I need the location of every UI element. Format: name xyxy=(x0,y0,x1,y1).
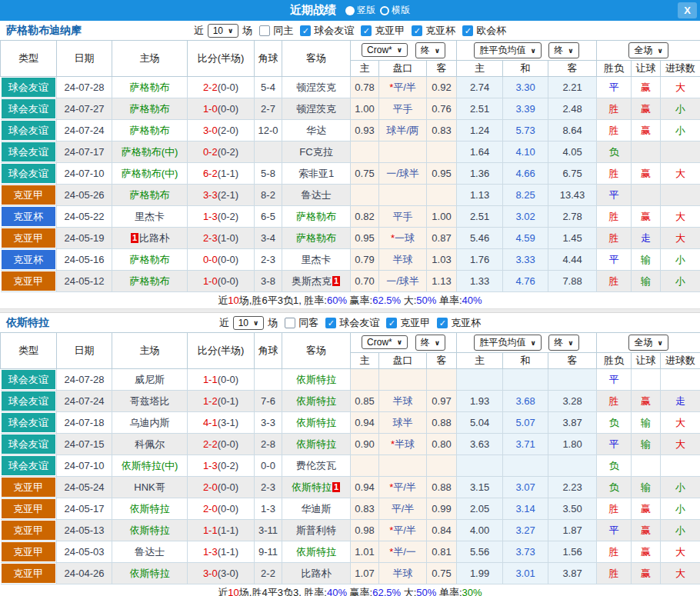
cell-away: 依斯特拉 xyxy=(282,434,351,455)
team-name: 依斯特拉 xyxy=(6,316,49,330)
table-row: 克亚甲 24-05-24 HNK哥 2-0(0-0) 2-3 依斯特拉1 0.9… xyxy=(1,477,700,498)
league-checkbox[interactable]: ✓ xyxy=(386,318,397,328)
cell-score: 2-2(0-0) xyxy=(188,434,255,455)
chevron-down-icon: ∨ xyxy=(397,338,402,346)
team-label: 奥斯杰克 xyxy=(292,275,332,287)
cell-score: 3-3(2-1) xyxy=(188,185,255,206)
cell-handicap xyxy=(379,455,427,477)
odds-final-select[interactable]: 终∨ xyxy=(415,42,445,58)
cell-corner: 3-11 xyxy=(255,520,282,541)
radio-vertical-layout[interactable] xyxy=(345,6,355,15)
cell-home: 里杰卡 xyxy=(112,206,188,228)
cell-avg-draw: 5.73 xyxy=(503,120,548,142)
cell-odds-away: 0.92 xyxy=(427,77,457,98)
cell-handicap-result xyxy=(632,455,661,477)
same-side-checkbox[interactable] xyxy=(259,25,270,36)
cell-odds-away: 0.88 xyxy=(427,412,457,434)
type-badge: 克亚甲 xyxy=(2,564,56,583)
cell-corner: 3-8 xyxy=(255,271,282,292)
col-corner: 角球 xyxy=(255,333,282,369)
odds-source-select[interactable]: Crow*∨ xyxy=(362,335,408,349)
odds-final-value: 终 xyxy=(421,336,430,349)
handicap-value: 平/半 xyxy=(393,524,416,536)
cell-avg-home: 1.13 xyxy=(457,185,503,206)
league-checkbox[interactable]: ✓ xyxy=(325,318,336,328)
league-checkbox-label: 球会友谊 xyxy=(314,24,354,38)
near-label: 近 xyxy=(194,24,204,38)
cell-type: 克亚杯 xyxy=(1,206,57,228)
same-side-checkbox[interactable] xyxy=(285,318,295,328)
cell-home: 萨格勒布 xyxy=(112,77,188,98)
cell-goals: 大 xyxy=(661,412,700,434)
cell-corner: 0-0 xyxy=(255,455,282,477)
cell-avg-away: 13.43 xyxy=(548,185,597,206)
cell-avg-away: 2.48 xyxy=(548,98,597,120)
cell-avg-home: 4.00 xyxy=(457,520,503,541)
table-row: 克亚甲 24-05-12 萨格勒布 1-0(0-0) 3-8 奥斯杰克1 0.7… xyxy=(1,271,700,292)
cell-score: 1-1(0-0) xyxy=(188,369,255,391)
cell-odds-away: 0.81 xyxy=(427,541,457,563)
cell-away: 华迪斯 xyxy=(282,498,351,520)
table-row: 克亚杯 24-05-16 萨格勒布 0-0(0-0) 2-3 里杰卡 0.79 … xyxy=(1,249,700,271)
cell-result: 胜 xyxy=(597,120,632,142)
cell-home: 萨格勒布 xyxy=(112,271,188,292)
cell-avg-away: 8.64 xyxy=(548,120,597,142)
score-full: 3-0 xyxy=(203,125,218,136)
cell-score: 3-0(2-0) xyxy=(188,120,255,142)
cell-away: FC克拉 xyxy=(282,142,351,163)
near-label: 近 xyxy=(219,316,229,330)
score-full: 4-1 xyxy=(203,417,218,428)
league-checkbox[interactable]: ✓ xyxy=(361,25,372,36)
radio-horizontal-layout[interactable] xyxy=(380,6,389,15)
type-badge: 球会友谊 xyxy=(2,370,56,389)
league-checkbox[interactable]: ✓ xyxy=(462,25,473,36)
cell-score: 4-1(3-1) xyxy=(188,412,255,434)
league-filter-group: ✓球会友谊✓克亚甲✓克亚杯✓欧会杯 xyxy=(295,24,508,38)
cell-handicap: 半球 xyxy=(379,563,427,584)
cell-avg-away: 1.56 xyxy=(548,541,597,563)
cell-result: 胜 xyxy=(597,541,632,563)
league-checkbox[interactable]: ✓ xyxy=(300,25,311,36)
handicap-value: 半球 xyxy=(393,568,413,579)
score-full: 6-2 xyxy=(203,168,218,179)
avg-type-select[interactable]: 胜平负均值∨ xyxy=(474,42,541,58)
odds-final-select[interactable]: 终∨ xyxy=(415,335,445,351)
cell-avg-away: 3.50 xyxy=(548,498,597,520)
odds-source-select[interactable]: Crow*∨ xyxy=(362,43,408,57)
scope-select[interactable]: 全场∨ xyxy=(628,335,668,351)
league-checkbox[interactable]: ✓ xyxy=(412,25,422,36)
cell-odds-home: 0.93 xyxy=(351,120,379,142)
cell-corner: 12-0 xyxy=(255,120,282,142)
cell-odds-home xyxy=(351,455,379,477)
cell-odds-away: 0.95 xyxy=(427,163,457,185)
handicap-value: 平/半 xyxy=(393,82,416,93)
cell-odds-away: 1.00 xyxy=(427,206,457,228)
scope-select[interactable]: 全场∨ xyxy=(628,42,668,58)
cell-away: 斯普利特 xyxy=(282,520,351,541)
team-label: 依斯特拉 xyxy=(296,417,336,428)
close-button[interactable]: X xyxy=(678,2,697,18)
table-row: 球会友谊 24-07-24 哥兹塔比 1-2(0-1) 7-6 依斯特拉 0.8… xyxy=(1,391,700,412)
avg-final-select[interactable]: 终∨ xyxy=(548,42,578,58)
cell-away: 萨格勒布 xyxy=(282,206,351,228)
cell-avg-away: 1.87 xyxy=(548,520,597,541)
score-half: (3-0) xyxy=(218,568,238,579)
summary-text: 近10场,胜6平3负1, 胜率:60% 赢率:62.5% 大:50% 单率:40… xyxy=(0,292,700,309)
cell-odds-home xyxy=(351,369,379,391)
avg-final-select[interactable]: 终∨ xyxy=(548,335,578,351)
avg-type-select[interactable]: 胜平负均值∨ xyxy=(474,335,541,351)
match-count-select[interactable]: 10∨ xyxy=(208,24,239,38)
cell-handicap-result: 赢 xyxy=(632,541,661,563)
cell-odds-home: 0.70 xyxy=(351,271,379,292)
cell-odds-away: 1.13 xyxy=(427,271,457,292)
league-checkbox[interactable]: ✓ xyxy=(437,318,448,328)
league-checkbox-label: 克亚杯 xyxy=(425,24,455,38)
cell-handicap xyxy=(379,369,427,391)
type-badge: 克亚甲 xyxy=(2,271,56,291)
team-label: 依斯特拉 xyxy=(296,438,336,450)
results-table: 类型 日期 主场 比分(半场) 角球 客场 Crow*∨ 终∨ 胜平负均值∨ 终… xyxy=(0,40,700,292)
cell-avg-draw: 3.33 xyxy=(503,249,548,271)
type-badge: 球会友谊 xyxy=(2,99,56,118)
match-count-select[interactable]: 10∨ xyxy=(233,316,265,330)
cell-score: 2-3(1-0) xyxy=(188,228,255,249)
